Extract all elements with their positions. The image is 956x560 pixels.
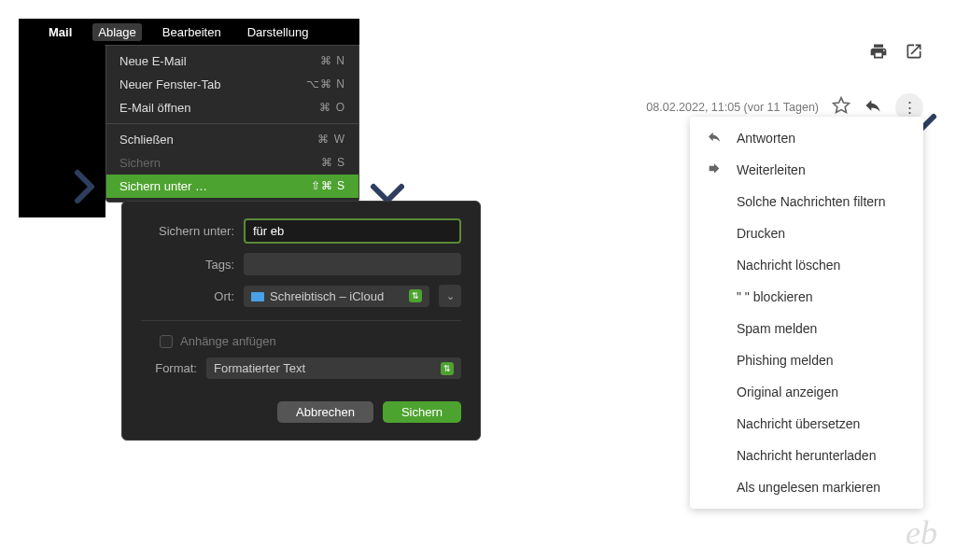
gmail-menu-download[interactable]: Nachricht herunterladen xyxy=(690,440,923,471)
menu-separator xyxy=(106,123,358,124)
select-arrows-icon: ⇅ xyxy=(441,362,454,375)
gmail-menu-label: Original anzeigen xyxy=(737,385,838,399)
gmail-context-menu: Antworten Weiterleiten Solche Nachrichte… xyxy=(690,117,923,509)
star-icon[interactable] xyxy=(832,96,851,119)
menu-close[interactable]: Schließen ⌘ W xyxy=(106,128,358,151)
format-label: Format: xyxy=(141,361,197,375)
format-select[interactable]: Formatierter Text ⇅ xyxy=(206,357,461,379)
gmail-menu-label: Als ungelesen markieren xyxy=(737,480,880,495)
menu-label: Sichern unter … xyxy=(120,179,207,193)
menu-shortcut: ⌘ S xyxy=(321,156,345,170)
gmail-timestamp: 08.02.2022, 11:05 (vor 11 Tagen) xyxy=(646,101,819,114)
attach-checkbox[interactable] xyxy=(160,335,173,348)
gmail-menu-block[interactable]: " " blockieren xyxy=(690,281,923,313)
menu-shortcut: ⇧⌘ S xyxy=(311,179,345,193)
gmail-menu-translate[interactable]: Nachricht übersetzen xyxy=(690,408,923,440)
menu-new-email[interactable]: Neue E-Mail ⌘ N xyxy=(106,49,358,73)
location-select[interactable]: Schreibtisch – iCloud ⇅ xyxy=(244,286,429,307)
gmail-menu-print[interactable]: Drucken xyxy=(690,217,923,249)
gmail-menu-delete[interactable]: Nachricht löschen xyxy=(690,249,923,281)
gmail-menu-forward[interactable]: Weiterleiten xyxy=(690,154,923,186)
gmail-menu-label: Spam melden xyxy=(737,321,817,336)
gmail-menu-label: Phishing melden xyxy=(737,353,834,368)
menu-shortcut: ⌥⌘ N xyxy=(306,77,345,91)
gmail-menu-label: Nachricht löschen xyxy=(737,258,840,273)
open-external-icon[interactable] xyxy=(905,42,923,65)
menu-save-as[interactable]: Sichern unter … ⇧⌘ S xyxy=(106,175,358,198)
select-arrows-icon: ⇅ xyxy=(409,289,422,302)
expand-location-button[interactable]: ⌄ xyxy=(439,285,461,307)
folder-icon xyxy=(251,292,264,301)
forward-icon xyxy=(707,161,722,179)
gmail-menu-filter[interactable]: Solche Nachrichten filtern xyxy=(690,186,923,217)
gmail-menu-reply[interactable]: Antworten xyxy=(690,122,923,154)
location-value: Schreibtisch – iCloud xyxy=(251,289,384,303)
filename-input[interactable] xyxy=(244,218,461,244)
menu-shortcut: ⌘ W xyxy=(317,133,345,147)
gmail-menu-label: Nachricht übersetzen xyxy=(737,416,860,431)
gmail-toolbar xyxy=(869,42,923,65)
tags-label: Tags: xyxy=(141,258,234,272)
menu-shortcut: ⌘ O xyxy=(319,101,345,115)
gmail-menu-label: Antworten xyxy=(737,131,795,146)
menu-label: E-Mail öffnen xyxy=(120,101,190,115)
gmail-menu-label: " " blockieren xyxy=(737,289,813,304)
gmail-menu-spam[interactable]: Spam melden xyxy=(690,313,923,344)
menu-label: Neue E-Mail xyxy=(120,54,187,68)
save-as-dialog: Sichern unter: Tags: Ort: Schreibtisch –… xyxy=(121,201,481,441)
reply-icon xyxy=(707,130,722,147)
menubar-item-bearbeiten[interactable]: Bearbeiten xyxy=(157,23,227,41)
menu-new-window-tab[interactable]: Neuer Fenster-Tab ⌥⌘ N xyxy=(106,73,358,96)
svg-marker-0 xyxy=(834,97,850,112)
attach-label: Anhänge anfügen xyxy=(180,334,276,348)
ablage-dropdown-menu: Neue E-Mail ⌘ N Neuer Fenster-Tab ⌥⌘ N E… xyxy=(105,45,359,203)
gmail-menu-label: Weiterleiten xyxy=(737,162,806,177)
dialog-divider xyxy=(141,320,461,321)
gmail-menu-label: Drucken xyxy=(737,226,785,241)
reply-icon[interactable] xyxy=(864,96,882,119)
menu-shortcut: ⌘ N xyxy=(320,54,345,68)
gmail-menu-label: Solche Nachrichten filtern xyxy=(737,194,886,209)
annotation-chevron-icon xyxy=(73,168,101,205)
menu-label: Sichern xyxy=(120,156,161,170)
menu-label: Neuer Fenster-Tab xyxy=(120,77,220,91)
menubar-item-ablage[interactable]: Ablage xyxy=(92,23,141,41)
cancel-button[interactable]: Abbrechen xyxy=(277,401,373,423)
save-button[interactable]: Sichern xyxy=(383,401,461,423)
menu-save: Sichern ⌘ S xyxy=(106,151,358,175)
menu-label: Schließen xyxy=(120,133,174,147)
macos-menubar: Mail Ablage Bearbeiten Darstellung xyxy=(19,19,359,45)
gmail-menu-mark-unread[interactable]: Als ungelesen markieren xyxy=(690,471,923,503)
eb-logo: eb xyxy=(906,513,937,553)
filename-label: Sichern unter: xyxy=(141,224,234,238)
menu-open-email[interactable]: E-Mail öffnen ⌘ O xyxy=(106,96,358,119)
gmail-menu-label: Nachricht herunterladen xyxy=(737,448,876,463)
menubar-item-darstellung[interactable]: Darstellung xyxy=(242,23,315,41)
location-label: Ort: xyxy=(141,289,234,303)
menubar-app-name[interactable]: Mail xyxy=(43,23,77,41)
tags-input[interactable] xyxy=(244,253,461,275)
gmail-menu-show-original[interactable]: Original anzeigen xyxy=(690,376,923,408)
gmail-menu-phishing[interactable]: Phishing melden xyxy=(690,344,923,376)
print-icon[interactable] xyxy=(869,42,888,65)
format-value: Formatierter Text xyxy=(214,361,305,375)
